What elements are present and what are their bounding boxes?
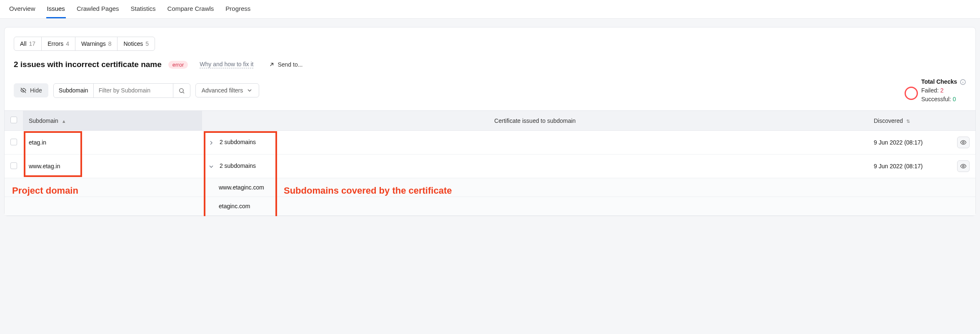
issues-table: Subdomain ▲ Certificate issued to subdom… — [5, 110, 975, 216]
col-certificate-issued[interactable]: Certificate issued to subdomain — [202, 111, 868, 131]
failed-label: Failed: — [921, 87, 939, 94]
filter-search-button[interactable] — [173, 84, 190, 97]
svg-point-3 — [962, 165, 964, 167]
sort-asc-icon: ▲ — [62, 119, 66, 124]
table-row-nested: www.etaginc.com — [5, 178, 975, 197]
expand-toggle[interactable] — [208, 139, 214, 146]
total-checks-title: Total Checks — [921, 77, 957, 86]
cell-issued-summary: 2 subdomains — [220, 139, 256, 145]
cell-discovered: 9 Jun 2022 (08:17) — [868, 155, 951, 178]
send-icon — [268, 61, 275, 68]
successful-value: 0 — [952, 96, 956, 102]
pill-errors[interactable]: Errors 4 — [42, 37, 75, 50]
pill-errors-count: 4 — [66, 40, 69, 47]
checks-ring-icon — [905, 87, 918, 100]
col-discovered-label: Discovered — [874, 117, 903, 124]
svg-point-2 — [962, 142, 964, 143]
pill-all-count: 17 — [29, 40, 36, 47]
col-subdomain-label: Subdomain — [29, 117, 58, 124]
eye-icon — [960, 163, 967, 169]
pill-all[interactable]: All 17 — [14, 37, 42, 50]
col-subdomain[interactable]: Subdomain ▲ — [23, 111, 202, 131]
col-discovered[interactable]: Discovered ⇅ — [868, 111, 951, 131]
table-row-nested: etaginc.com — [5, 197, 975, 216]
row-checkbox[interactable] — [10, 139, 17, 145]
chevron-down-icon — [246, 87, 253, 94]
pill-all-label: All — [20, 40, 27, 47]
row-checkbox[interactable] — [10, 162, 17, 169]
pill-errors-label: Errors — [48, 40, 63, 47]
cell-issued-summary: 2 subdomains — [220, 162, 256, 169]
col-issued-label: Certificate issued to subdomain — [494, 117, 575, 124]
total-checks-widget: Total Checks Failed: 2 Successful: 0 — [905, 77, 966, 104]
tab-progress[interactable]: Progress — [225, 0, 251, 18]
eye-off-icon — [20, 87, 27, 94]
annotation-label-subdomains: Subdomains covered by the certificate — [284, 185, 452, 196]
chevron-down-icon — [208, 163, 215, 170]
subdomain-filter: Subdomain — [53, 83, 190, 98]
table-row: etag.in 2 subdomains 9 Jun 2022 (08:17) — [5, 131, 975, 155]
cell-discovered: 9 Jun 2022 (08:17) — [868, 131, 951, 155]
chevron-right-icon — [208, 140, 215, 146]
filter-field-label[interactable]: Subdomain — [54, 84, 94, 97]
cell-subdomain[interactable]: etag.in — [23, 131, 202, 155]
sort-icon: ⇅ — [906, 119, 910, 124]
tab-issues[interactable]: Issues — [46, 0, 66, 18]
hide-label: Hide — [30, 87, 42, 94]
failed-value: 2 — [940, 87, 944, 94]
nested-subdomain[interactable]: etaginc.com — [202, 197, 868, 216]
tab-overview[interactable]: Overview — [8, 0, 36, 18]
issue-filter-pills: All 17 Errors 4 Warnings 8 Notices 5 — [14, 37, 155, 51]
tab-statistics[interactable]: Statistics — [130, 0, 157, 18]
search-icon — [178, 87, 185, 94]
pill-notices[interactable]: Notices 5 — [118, 37, 154, 50]
send-to-button[interactable]: Send to... — [268, 61, 302, 68]
eye-icon — [960, 139, 967, 146]
advanced-filters-label: Advanced filters — [202, 87, 243, 94]
tab-crawled-pages[interactable]: Crawled Pages — [76, 0, 120, 18]
expand-toggle[interactable] — [208, 162, 214, 169]
cell-subdomain[interactable]: www.etag.in — [23, 155, 202, 178]
send-to-label: Send to... — [278, 61, 302, 68]
annotation-label-project-domain: Project domain — [12, 185, 78, 196]
select-all-checkbox[interactable] — [10, 117, 17, 123]
tab-compare-crawls[interactable]: Compare Crawls — [167, 0, 215, 18]
pill-notices-count: 5 — [145, 40, 149, 47]
table-row: www.etag.in 2 subdomains 9 Jun 2022 (08:… — [5, 155, 975, 178]
advanced-filters-button[interactable]: Advanced filters — [195, 83, 260, 97]
info-icon[interactable] — [960, 79, 966, 85]
view-button[interactable] — [957, 137, 970, 148]
view-button[interactable] — [957, 160, 970, 172]
successful-label: Successful: — [921, 96, 951, 102]
pill-warnings[interactable]: Warnings 8 — [75, 37, 118, 50]
pill-warnings-count: 8 — [108, 40, 112, 47]
pill-notices-label: Notices — [123, 40, 143, 47]
hide-button[interactable]: Hide — [14, 83, 48, 97]
pill-warnings-label: Warnings — [81, 40, 106, 47]
severity-badge: error — [168, 61, 188, 69]
svg-point-0 — [179, 89, 183, 92]
filter-input[interactable] — [94, 84, 173, 97]
why-how-fix-link[interactable]: Why and how to fix it — [200, 61, 253, 68]
page-title: 2 issues with incorrect certificate name — [14, 60, 162, 69]
